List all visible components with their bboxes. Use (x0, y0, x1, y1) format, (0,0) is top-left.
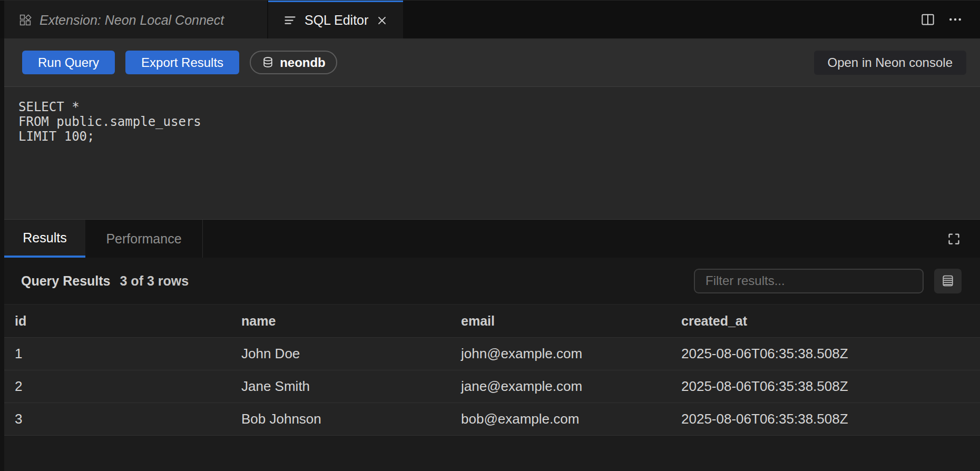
split-editor-icon[interactable] (920, 12, 936, 27)
results-tab-bar-spacer (203, 220, 943, 258)
cell-name: John Doe (231, 346, 450, 362)
run-query-button[interactable]: Run Query (22, 51, 115, 74)
close-icon[interactable] (376, 12, 388, 30)
more-actions-icon[interactable] (947, 12, 963, 27)
query-results-title: Query Results (21, 273, 111, 289)
cell-id: 1 (4, 346, 231, 362)
tab-label: Extension: Neon Local Connect (40, 13, 224, 28)
cell-id: 2 (4, 378, 231, 395)
editor-tab-strip: Extension: Neon Local Connect SQL Editor (0, 1, 980, 38)
tab-results[interactable]: Results (4, 220, 85, 258)
tab-sql-editor[interactable]: SQL Editor (268, 1, 403, 38)
table-row[interactable]: 2 Jane Smith jane@example.com 2025-08-06… (4, 370, 980, 403)
column-header-name: name (231, 313, 450, 329)
cell-created-at: 2025-08-06T06:35:38.508Z (671, 346, 980, 362)
column-header-email: email (450, 313, 671, 329)
sql-editor-input[interactable]: SELECT * FROM public.sample_users LIMIT … (4, 86, 980, 219)
row-count-badge: 3 of 3 rows (120, 273, 189, 289)
list-icon (283, 13, 297, 27)
cell-email: bob@example.com (450, 411, 671, 427)
column-header-created-at: created_at (671, 313, 980, 329)
open-neon-console-button[interactable]: Open in Neon console (814, 51, 967, 75)
cell-email: jane@example.com (450, 378, 671, 395)
view-toggle-button[interactable] (934, 269, 962, 293)
cell-created-at: 2025-08-06T06:35:38.508Z (671, 411, 980, 427)
results-table: id name email created_at 1 John Doe john… (4, 304, 980, 471)
cell-created-at: 2025-08-06T06:35:38.508Z (671, 378, 980, 395)
extension-icon (19, 14, 32, 27)
sql-editor-window: Extension: Neon Local Connect SQL Editor (0, 0, 980, 471)
cell-name: Jane Smith (231, 378, 450, 395)
expand-icon[interactable] (943, 228, 964, 249)
editor-group-actions (920, 1, 980, 38)
tab-label: SQL Editor (305, 13, 368, 28)
sql-query-text: SELECT * FROM public.sample_users LIMIT … (18, 100, 966, 144)
cell-email: john@example.com (450, 346, 671, 362)
filter-results-input[interactable] (694, 269, 924, 293)
database-name: neondb (280, 55, 326, 70)
rows-view-icon (940, 273, 955, 288)
export-results-button[interactable]: Export Results (125, 51, 239, 74)
results-tab-bar: Results Performance (4, 219, 980, 258)
query-results-header: Query Results 3 of 3 rows (4, 258, 980, 304)
table-row[interactable]: 1 John Doe john@example.com 2025-08-06T0… (4, 338, 980, 370)
table-row[interactable]: 3 Bob Johnson bob@example.com 2025-08-06… (4, 403, 980, 436)
query-toolbar: Run Query Export Results neondb Open in … (4, 38, 980, 86)
database-icon (261, 56, 275, 69)
cell-id: 3 (4, 411, 231, 427)
tab-extension-neon-local-connect[interactable]: Extension: Neon Local Connect (4, 1, 267, 38)
database-badge[interactable]: neondb (250, 51, 337, 74)
column-header-id: id (4, 313, 231, 329)
tab-performance[interactable]: Performance (85, 220, 203, 258)
table-header-row: id name email created_at (4, 304, 980, 338)
cell-name: Bob Johnson (231, 411, 450, 427)
